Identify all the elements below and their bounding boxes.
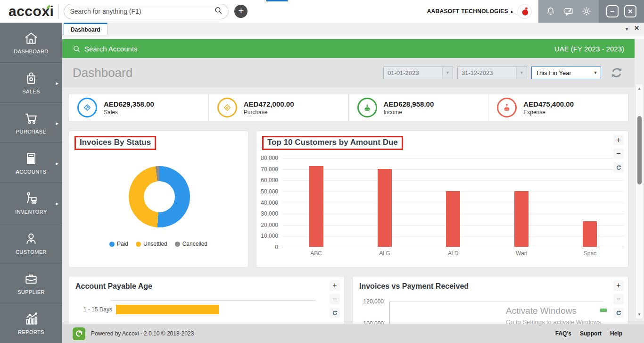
quick-add-button[interactable]: + bbox=[234, 5, 248, 18]
scroll-up-icon[interactable]: ▲ bbox=[636, 86, 643, 91]
company-caret-icon[interactable]: ▸ bbox=[511, 9, 513, 14]
refresh-chart-icon[interactable] bbox=[613, 162, 624, 173]
avatar[interactable] bbox=[517, 4, 532, 19]
date-from-caret-icon[interactable]: ▼ bbox=[442, 67, 453, 79]
zoom-in-button[interactable]: + bbox=[330, 280, 340, 291]
tab-list-caret-icon[interactable]: ▾ bbox=[626, 26, 628, 32]
sidebar-item-label: INVENTORY bbox=[15, 209, 47, 215]
top-customers-bar-chart[interactable] bbox=[282, 158, 624, 247]
period-caret-icon[interactable]: ▼ bbox=[590, 70, 601, 75]
tab-dashboard[interactable]: Dashboard bbox=[64, 23, 107, 35]
vertical-scrollbar[interactable]: ▲ ▼ bbox=[636, 84, 643, 319]
sidebar-item-inventory[interactable]: INVENTORY▸ bbox=[0, 183, 62, 223]
bar-spac[interactable] bbox=[583, 221, 597, 247]
submenu-arrow-icon: ▸ bbox=[56, 160, 58, 167]
stats-summary-card: AED629,358.00SalesAED472,000.00PurchaseA… bbox=[68, 94, 628, 121]
footer-link-help[interactable]: Help bbox=[610, 330, 622, 337]
sidebar-item-supplier[interactable]: SUPPLIER bbox=[0, 263, 62, 303]
messages-icon[interactable] bbox=[563, 6, 574, 17]
period-select[interactable]: This Fin Year ▼ bbox=[531, 67, 601, 79]
legend-item-unsettled[interactable]: Unsettled bbox=[136, 241, 167, 247]
close-button[interactable] bbox=[624, 5, 636, 17]
logo-x: x bbox=[41, 3, 50, 19]
sidebar-item-customer[interactable]: CUSTOMER bbox=[0, 223, 62, 263]
refresh-dashboard-icon[interactable] bbox=[609, 65, 624, 80]
date-to-picker[interactable]: 31-12-2023 ▼ bbox=[457, 67, 527, 79]
payable-age-bar[interactable] bbox=[116, 305, 219, 314]
logo-i: i bbox=[50, 3, 54, 19]
y-tick-label: 100,000 bbox=[363, 320, 384, 324]
stat-label: Expense bbox=[523, 109, 574, 116]
payable-age-row[interactable]: 1 - 15 Days bbox=[75, 305, 219, 314]
legend-item-cancelled[interactable]: Cancelled bbox=[175, 241, 207, 247]
accounts-search-banner: Search Accounts UAE (FY 2023 - 2023) bbox=[62, 39, 635, 58]
stat-label: Purchase bbox=[244, 109, 294, 116]
top-accent-strip bbox=[266, 0, 288, 1]
account-payable-age-title: Account Payable Age bbox=[75, 282, 152, 290]
sidebar-item-label: ACCOUNTS bbox=[16, 169, 47, 175]
bar-al-g[interactable] bbox=[378, 169, 392, 247]
search-accounts-button[interactable]: Search Accounts bbox=[73, 45, 138, 53]
briefcase-icon bbox=[24, 271, 39, 286]
bar-al-d[interactable] bbox=[446, 191, 460, 247]
tab-close-icon[interactable]: ✕ bbox=[634, 25, 639, 32]
footer-bar: Powered by Accoxi - 2.0.10 © 2018-2023 F… bbox=[62, 324, 644, 343]
y-tick-label: 30,000 bbox=[261, 210, 278, 217]
global-search[interactable] bbox=[64, 4, 229, 19]
zoom-in-button[interactable]: + bbox=[613, 280, 624, 291]
submenu-arrow-icon: ▸ bbox=[56, 120, 58, 126]
y-tick-label: 70,000 bbox=[261, 166, 278, 173]
refresh-chart-icon[interactable] bbox=[613, 308, 624, 318]
scrollbar-thumb[interactable] bbox=[637, 116, 642, 184]
sidebar-item-sales[interactable]: SALES▸ bbox=[0, 63, 62, 103]
sidebar-item-label: REPORTS bbox=[18, 329, 44, 335]
stat-value: AED472,000.00 bbox=[244, 100, 294, 108]
legend-dot bbox=[136, 242, 141, 247]
notifications-icon[interactable] bbox=[545, 6, 556, 17]
date-from-picker[interactable]: 01-01-2023 ▼ bbox=[383, 67, 453, 79]
date-to-caret-icon[interactable]: ▼ bbox=[516, 67, 527, 79]
dashboard-content: Search Accounts UAE (FY 2023 - 2023) Das… bbox=[62, 35, 644, 324]
bar-chart-x-axis: ABCAl GAl DWariSpac bbox=[282, 250, 624, 258]
scroll-down-icon[interactable]: ▼ bbox=[636, 312, 643, 317]
refresh-chart-icon[interactable] bbox=[330, 308, 340, 318]
stat-income[interactable]: AED628,958.00Income bbox=[348, 94, 488, 121]
coin-arrow-up-icon bbox=[497, 98, 517, 117]
sidebar-item-dashboard[interactable]: DASHBOARD bbox=[0, 23, 62, 63]
bar-abc[interactable] bbox=[309, 166, 323, 247]
sidebar-item-purchase[interactable]: PURCHASE▸ bbox=[0, 103, 62, 143]
app-logo: accoxi bbox=[0, 0, 58, 23]
home-icon bbox=[24, 31, 39, 46]
stat-sales[interactable]: AED629,358.00Sales bbox=[69, 94, 208, 121]
settings-gear-icon[interactable] bbox=[581, 6, 592, 17]
y-tick-label: 40,000 bbox=[261, 200, 278, 206]
footer-link-support[interactable]: Support bbox=[580, 330, 602, 337]
submenu-arrow-icon: ▸ bbox=[56, 80, 58, 86]
powered-by-text: Powered by Accoxi - 2.0.10 © 2018-2023 bbox=[91, 330, 194, 337]
stat-purchase[interactable]: AED472,000.00Purchase bbox=[208, 94, 348, 121]
footer-link-faqs[interactable]: FAQ's bbox=[555, 330, 571, 337]
fiscal-year-label: UAE (FY 2023 - 2023) bbox=[554, 45, 624, 53]
zoom-out-button[interactable]: − bbox=[613, 149, 624, 159]
minimize-button[interactable] bbox=[606, 5, 619, 17]
search-icon[interactable] bbox=[214, 6, 223, 17]
stat-expense[interactable]: AED475,400.00Expense bbox=[488, 94, 628, 121]
accoxi-logo-icon bbox=[73, 327, 85, 340]
zoom-out-button[interactable]: − bbox=[330, 294, 340, 304]
search-input[interactable] bbox=[70, 8, 214, 15]
cart-icon bbox=[24, 111, 39, 126]
stat-label: Sales bbox=[104, 109, 154, 116]
legend-item-paid[interactable]: Paid bbox=[109, 241, 128, 247]
zoom-in-button[interactable]: + bbox=[613, 135, 624, 145]
legend-dot bbox=[109, 242, 115, 247]
y-tick-label: 50,000 bbox=[261, 188, 278, 195]
company-name[interactable]: AABASOFT TECHNOLOGIES bbox=[427, 8, 508, 15]
sidebar-item-reports[interactable]: REPORTS bbox=[0, 303, 62, 343]
invoices-status-donut-chart[interactable] bbox=[129, 166, 190, 227]
bar-wari[interactable] bbox=[514, 191, 528, 247]
y-tick-label: 10,000 bbox=[261, 233, 278, 239]
stat-label: Income bbox=[384, 109, 434, 116]
sidebar-item-accounts[interactable]: ACCOUNTS▸ bbox=[0, 143, 62, 183]
zoom-out-button[interactable]: − bbox=[613, 294, 624, 304]
sidebar: DASHBOARDSALES▸PURCHASE▸ACCOUNTS▸INVENTO… bbox=[0, 23, 62, 343]
